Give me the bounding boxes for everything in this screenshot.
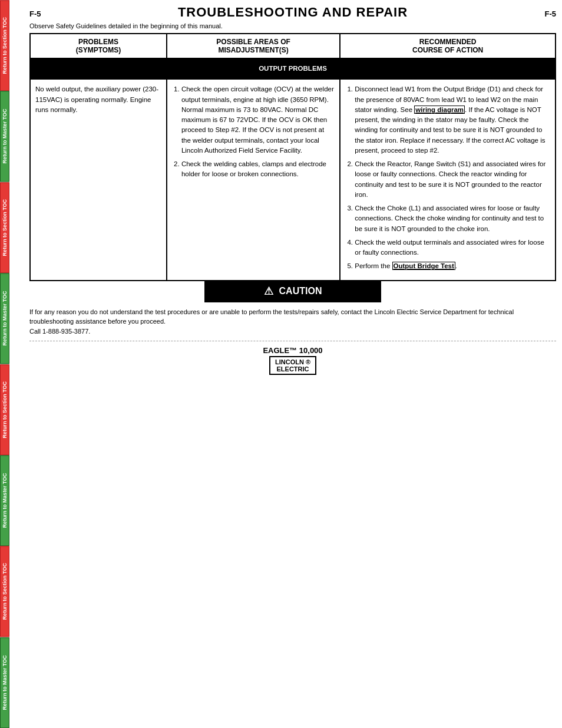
action-text-2: Check the Reactor, Range Switch (S1) and…	[355, 160, 546, 198]
misadj-text-1: Check the open circuit voltage (OCV) at …	[181, 85, 334, 154]
side-tab-master-toc-3[interactable]: Return to Master TOC	[0, 455, 9, 546]
problems-text: No weld output, the auxiliary power (230…	[35, 85, 158, 113]
caution-box: ⚠ CAUTION	[204, 280, 381, 302]
side-tab-master-toc-2[interactable]: Return to Master TOC	[0, 273, 9, 364]
main-table: PROBLEMS(SYMPTOMS) POSSIBLE AREAS OFMISA…	[29, 33, 556, 281]
misadj-item-1: Check the open circuit voltage (OCV) at …	[181, 84, 335, 156]
side-tab-section-toc-4[interactable]: Return to Section TOC	[0, 546, 9, 637]
action-item-5: Perform the Output Bridge Test.	[355, 261, 550, 271]
actions-list: Disconnect lead W1 from the Output Bridg…	[345, 84, 550, 271]
brand-logo: LINCOLN ®ELECTRIC	[269, 356, 316, 375]
col-header-action: RECOMMENDEDCOURSE OF ACTION	[340, 34, 556, 58]
action-item-3: Check the Choke (L1) and associated wire…	[355, 203, 550, 234]
action-item-1: Disconnect lead W1 from the Output Bridg…	[355, 84, 550, 156]
wiring-diagram-link[interactable]: wiring diagram	[414, 106, 465, 114]
footer-brand: EAGLE™ 10,000 LINCOLN ®ELECTRIC	[29, 346, 556, 375]
side-tab-master-toc-4[interactable]: Return to Master TOC	[0, 637, 9, 728]
section-label: OUTPUT PROBLEMS	[30, 58, 556, 79]
actions-cell: Disconnect lead W1 from the Output Bridg…	[340, 79, 556, 280]
caution-icon: ⚠	[264, 285, 273, 298]
misadjustments-cell: Check the open circuit voltage (OCV) at …	[167, 79, 340, 280]
side-tabs: Return to Section TOC Return to Master T…	[0, 0, 9, 728]
action-item-4: Check the weld output terminals and asso…	[355, 238, 550, 258]
problems-cell: No weld output, the auxiliary power (230…	[30, 79, 167, 280]
table-header-row: PROBLEMS(SYMPTOMS) POSSIBLE AREAS OFMISA…	[30, 34, 556, 58]
misadj-text-2: Check the welding cables, clamps and ele…	[181, 160, 326, 177]
side-tab-master-toc-1[interactable]: Return to Master TOC	[0, 91, 9, 182]
page-num-right: F-5	[545, 9, 557, 18]
main-content: F-5 TROUBLESHOOTING AND REPAIR F-5 Obser…	[24, 0, 562, 381]
page-num-left: F-5	[29, 9, 41, 18]
side-tab-section-toc-1[interactable]: Return to Section TOC	[0, 0, 9, 91]
action-text-3: Check the Choke (L1) and associated wire…	[355, 205, 544, 232]
footer-caution-text: If for any reason you do not understand …	[29, 307, 556, 337]
side-col-left: Return to Section TOC Return to Master T…	[0, 0, 9, 728]
table-row: No weld output, the auxiliary power (230…	[30, 79, 556, 280]
action-text-4: Check the weld output terminals and asso…	[355, 239, 544, 256]
side-tab-section-toc-2[interactable]: Return to Section TOC	[0, 182, 9, 273]
misadj-item-2: Check the welding cables, clamps and ele…	[181, 159, 335, 180]
safety-note: Observe Safety Guidelines detailed in th…	[29, 22, 556, 29]
side-tab-section-toc-3[interactable]: Return to Section TOC	[0, 364, 9, 455]
page-title: TROUBLESHOOTING AND REPAIR	[41, 5, 545, 20]
brand-name: EAGLE™ 10,000	[29, 346, 556, 355]
col-header-misadj: POSSIBLE AREAS OFMISADJUSTMENT(S)	[167, 34, 340, 58]
page-header: F-5 TROUBLESHOOTING AND REPAIR F-5	[29, 5, 556, 20]
section-header-row: OUTPUT PROBLEMS	[30, 58, 556, 79]
caution-wrapper: ⚠ CAUTION	[29, 280, 556, 302]
col-header-problems: PROBLEMS(SYMPTOMS)	[30, 34, 167, 58]
output-bridge-test-link[interactable]: Output Bridge Test	[392, 262, 455, 270]
caution-label: CAUTION	[279, 286, 322, 297]
misadjustments-list: Check the open circuit voltage (OCV) at …	[172, 84, 335, 179]
action-item-2: Check the Reactor, Range Switch (S1) and…	[355, 159, 550, 200]
